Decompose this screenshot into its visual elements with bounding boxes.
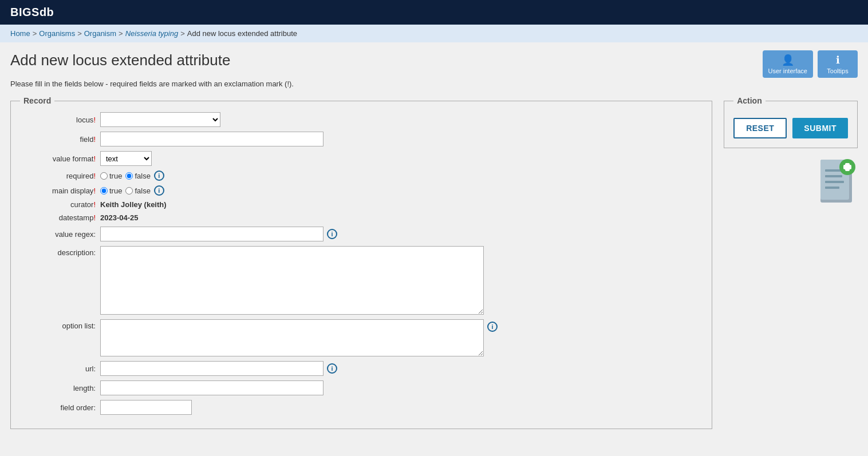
breadcrumb-current: Add new locus extended attribute bbox=[187, 29, 297, 38]
datestamp-value: 2023-04-25 bbox=[100, 213, 139, 222]
locus-exclaim: ! bbox=[93, 116, 96, 124]
document-icon bbox=[818, 157, 858, 208]
main-display-false-text: false bbox=[135, 187, 150, 195]
document-icon-area bbox=[818, 157, 858, 208]
svg-rect-3 bbox=[825, 175, 842, 177]
value-regex-label: value regex: bbox=[20, 230, 100, 239]
app-title: BIGSdb bbox=[10, 6, 54, 18]
top-right-buttons: 👤 User interface ℹ Tooltips bbox=[763, 50, 858, 78]
required-exclaim: ! bbox=[93, 172, 96, 180]
main-display-row: main display! true false i bbox=[20, 185, 703, 196]
breadcrumb-sep-3: > bbox=[119, 29, 123, 38]
value-regex-info-icon[interactable]: i bbox=[327, 229, 337, 239]
url-control-wrap: i bbox=[100, 361, 703, 376]
field-label: field! bbox=[20, 135, 100, 144]
main-display-true-label[interactable]: true bbox=[100, 187, 122, 195]
option-list-textarea[interactable] bbox=[100, 319, 484, 356]
length-control-wrap bbox=[100, 380, 703, 395]
curator-label: curator! bbox=[20, 200, 100, 209]
breadcrumb: Home > Organisms > Organism > Neisseria … bbox=[0, 25, 868, 42]
datestamp-exclaim: ! bbox=[93, 213, 96, 222]
locus-control-wrap bbox=[100, 112, 703, 127]
record-legend: Record bbox=[20, 96, 54, 105]
breadcrumb-home[interactable]: Home bbox=[10, 29, 30, 38]
value-format-label: value format! bbox=[20, 154, 100, 163]
value-format-control-wrap: text integer float date boolean bbox=[100, 151, 703, 166]
length-input[interactable] bbox=[100, 380, 323, 395]
required-row: required! true false i bbox=[20, 170, 703, 181]
field-order-input[interactable] bbox=[100, 400, 192, 415]
action-section: Action RESET SUBMIT bbox=[724, 96, 858, 148]
description-textarea[interactable] bbox=[100, 246, 484, 315]
required-false-label[interactable]: false bbox=[125, 172, 150, 180]
url-label: url: bbox=[20, 364, 100, 373]
record-section: Record locus! field! bbox=[10, 96, 712, 429]
option-list-label: option list: bbox=[20, 319, 100, 330]
reset-button[interactable]: RESET bbox=[733, 118, 787, 138]
field-order-label: field order: bbox=[20, 403, 100, 412]
value-format-row: value format! text integer float date bo… bbox=[20, 151, 703, 166]
main-display-label: main display! bbox=[20, 187, 100, 195]
length-row: length: bbox=[20, 380, 703, 395]
field-exclaim: ! bbox=[93, 135, 96, 144]
tooltips-label: Tooltips bbox=[827, 68, 848, 74]
option-list-control-wrap: i bbox=[100, 319, 703, 356]
instruction-text: Please fill in the fields below - requir… bbox=[10, 80, 858, 88]
curator-exclaim: ! bbox=[93, 200, 96, 209]
curator-control-wrap: Keith Jolley (keith) bbox=[100, 200, 703, 209]
breadcrumb-sep-1: > bbox=[33, 29, 37, 38]
tooltips-button[interactable]: ℹ Tooltips bbox=[818, 50, 858, 78]
value-regex-control-wrap: i bbox=[100, 227, 703, 241]
main-display-false-radio[interactable] bbox=[125, 187, 133, 195]
url-info-icon[interactable]: i bbox=[327, 363, 337, 374]
field-input[interactable] bbox=[100, 132, 323, 146]
required-info-icon[interactable]: i bbox=[154, 170, 164, 181]
url-input[interactable] bbox=[100, 361, 323, 376]
required-control-wrap: true false i bbox=[100, 170, 703, 181]
required-true-text: true bbox=[109, 172, 122, 180]
svg-rect-8 bbox=[843, 165, 851, 169]
user-interface-label: User interface bbox=[768, 68, 807, 74]
action-legend: Action bbox=[733, 96, 766, 105]
svg-rect-5 bbox=[825, 187, 839, 189]
svg-rect-4 bbox=[825, 181, 844, 183]
form-layout: Record locus! field! bbox=[10, 96, 858, 429]
user-icon: 👤 bbox=[782, 54, 794, 66]
action-buttons: RESET SUBMIT bbox=[733, 118, 848, 138]
locus-row: locus! bbox=[20, 112, 703, 127]
value-format-select[interactable]: text integer float date boolean bbox=[100, 151, 152, 166]
main-display-false-label[interactable]: false bbox=[125, 187, 150, 195]
info-circle-icon: ℹ bbox=[836, 54, 840, 66]
submit-button[interactable]: SUBMIT bbox=[792, 118, 848, 138]
url-row: url: i bbox=[20, 361, 703, 376]
length-label: length: bbox=[20, 384, 100, 392]
breadcrumb-sep-2: > bbox=[77, 29, 82, 38]
breadcrumb-organisms[interactable]: Organisms bbox=[39, 29, 75, 38]
locus-select[interactable] bbox=[100, 112, 220, 127]
curator-row: curator! Keith Jolley (keith) bbox=[20, 200, 703, 209]
description-label: description: bbox=[20, 246, 100, 257]
user-interface-button[interactable]: 👤 User interface bbox=[763, 50, 813, 78]
description-control-wrap bbox=[100, 246, 703, 315]
datestamp-row: datestamp! 2023-04-25 bbox=[20, 213, 703, 222]
main-display-true-radio[interactable] bbox=[100, 187, 108, 195]
option-list-info-icon[interactable]: i bbox=[487, 322, 498, 332]
field-order-row: field order: bbox=[20, 400, 703, 415]
required-true-label[interactable]: true bbox=[100, 172, 122, 180]
curator-value: Keith Jolley (keith) bbox=[100, 200, 167, 209]
page-title: Add new locus extended attribute bbox=[10, 51, 858, 69]
main-display-info-icon[interactable]: i bbox=[154, 185, 164, 196]
breadcrumb-neisseria[interactable]: Neisseria typing bbox=[125, 29, 179, 38]
value-regex-input[interactable] bbox=[100, 227, 323, 241]
required-false-radio[interactable] bbox=[125, 172, 133, 180]
locus-label: locus! bbox=[20, 116, 100, 124]
value-format-exclaim: ! bbox=[93, 154, 96, 163]
field-control-wrap bbox=[100, 132, 703, 146]
required-true-radio[interactable] bbox=[100, 172, 108, 180]
required-label: required! bbox=[20, 172, 100, 180]
breadcrumb-organism[interactable]: Organism bbox=[84, 29, 116, 38]
main-display-true-text: true bbox=[109, 187, 122, 195]
datestamp-label: datestamp! bbox=[20, 213, 100, 222]
option-list-row: option list: i bbox=[20, 319, 703, 356]
breadcrumb-sep-4: > bbox=[180, 29, 185, 38]
